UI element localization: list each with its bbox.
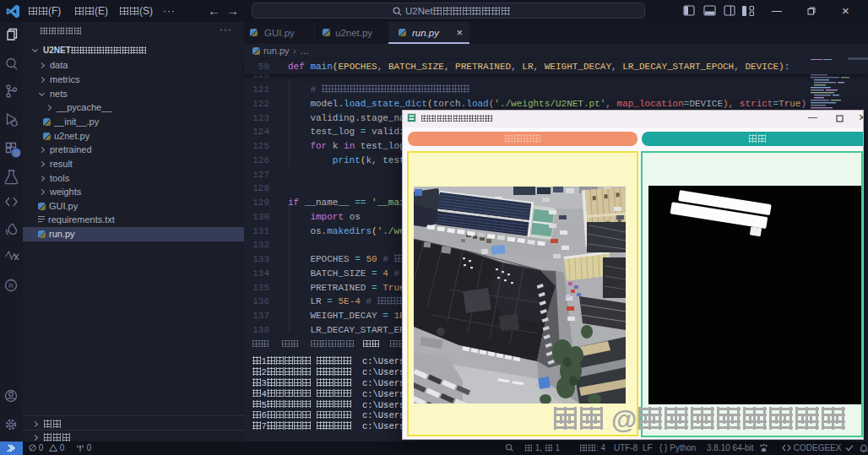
svg-text:14: 14 — [13, 150, 19, 156]
svg-text:R: R — [8, 282, 14, 290]
